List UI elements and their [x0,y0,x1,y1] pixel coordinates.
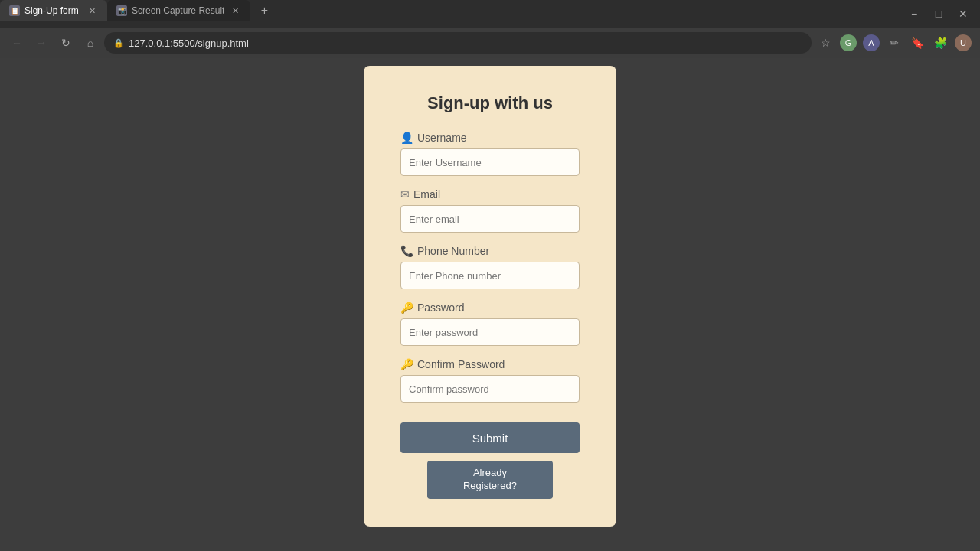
user-account-icon[interactable]: U [952,32,974,54]
nav-bar: ← → ↻ ⌂ 🔒 127.0.0.1:5500/signup.html ☆ G… [0,28,980,58]
tab-favicon-2: 📸 [116,5,127,16]
tab-bar: 📋 Sign-Up form ✕ 📸 Screen Capture Result… [0,0,980,28]
confirm-password-label: 🔑 Confirm Password [400,358,580,370]
confirm-password-group: 🔑 Confirm Password [400,358,580,403]
new-tab-button[interactable]: + [253,0,275,21]
nav-icons-right: ☆ G A ✏ 🔖 🧩 U [815,32,974,54]
password-input[interactable] [400,318,580,346]
tab-favicon-1: 📋 [9,5,20,16]
signup-card: Sign-up with us 👤 Username ✉ Email 📞 Pho… [364,66,616,527]
username-group: 👤 Username [400,132,580,176]
user-icon: 👤 [400,132,413,144]
tab-close-2[interactable]: ✕ [229,5,241,17]
email-label-text: Email [413,188,440,201]
confirm-password-icon: 🔑 [400,358,413,370]
avatar-2: A [863,34,880,51]
password-label-text: Password [417,302,464,314]
profile-icon-1[interactable]: G [838,32,859,54]
reload-button[interactable]: ↻ [55,32,77,54]
browser-chrome: 📋 Sign-Up form ✕ 📸 Screen Capture Result… [0,0,980,58]
close-button[interactable]: ✕ [952,3,974,24]
url-text: 127.0.0.1:5500/signup.html [129,37,802,49]
home-button[interactable]: ⌂ [80,32,101,54]
email-group: ✉ Email [400,188,580,233]
tab-close-1[interactable]: ✕ [86,5,98,17]
phone-group: 📞 Phone Number [400,245,580,289]
tab-title-2: Screen Capture Result [132,5,224,16]
maximize-button[interactable]: □ [928,3,949,24]
address-bar[interactable]: 🔒 127.0.0.1:5500/signup.html [104,32,812,54]
back-button[interactable]: ← [6,32,28,54]
window-controls: − □ ✕ [903,0,980,28]
email-input[interactable] [400,205,580,233]
tab-signup-form[interactable]: 📋 Sign-Up form ✕ [0,0,107,21]
username-label: 👤 Username [400,132,580,144]
tab-screen-capture[interactable]: 📸 Screen Capture Result ✕ [107,0,250,21]
phone-icon: 📞 [400,245,413,257]
avatar-1: G [840,34,857,51]
bookmark-manager-icon[interactable]: 🔖 [906,32,928,54]
email-label: ✉ Email [400,188,580,201]
extensions-icon[interactable]: 🧩 [929,32,951,54]
page-content: Sign-up with us 👤 Username ✉ Email 📞 Pho… [0,58,980,551]
avatar-main: U [955,34,972,51]
password-label: 🔑 Password [400,302,580,314]
username-input[interactable] [400,148,580,176]
edit-icon[interactable]: ✏ [884,32,905,54]
confirm-password-label-text: Confirm Password [417,358,505,370]
lock-icon: 🔒 [113,38,124,48]
already-registered-button[interactable]: AlreadyRegistered? [427,461,553,499]
password-group: 🔑 Password [400,302,580,346]
bookmark-icon[interactable]: ☆ [815,32,836,54]
phone-label-text: Phone Number [417,245,489,257]
password-icon: 🔑 [400,302,413,314]
phone-input[interactable] [400,262,580,289]
forward-button[interactable]: → [31,32,52,54]
phone-label: 📞 Phone Number [400,245,580,257]
tab-title-1: Sign-Up form [24,5,81,16]
username-label-text: Username [417,132,467,144]
submit-button[interactable]: Submit [400,422,580,453]
page-title: Sign-up with us [427,93,553,113]
minimize-button[interactable]: − [903,3,925,24]
confirm-password-input[interactable] [400,375,580,403]
email-icon: ✉ [400,188,410,201]
profile-icon-2[interactable]: A [861,32,882,54]
